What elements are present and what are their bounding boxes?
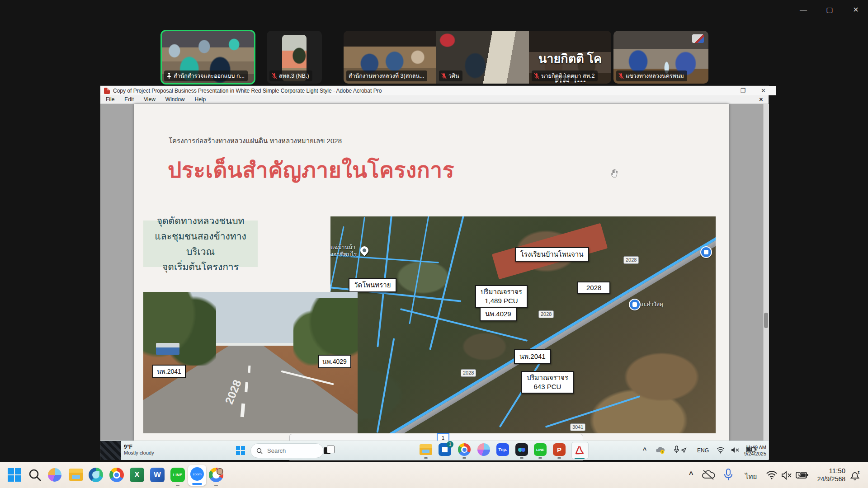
traffic-volume-label-1: ปริมาณจราจร 1,489 PCU	[475, 285, 528, 308]
route-label-np2041: นพ.2041	[514, 349, 551, 364]
chrome-icon[interactable]	[458, 443, 471, 456]
pdf-page: โครงการก่อสร้างทางหลวงแผ่นดิน ทางหลวงหมา…	[134, 104, 729, 460]
start-button[interactable]	[236, 446, 245, 455]
route-shield: 3041	[570, 423, 585, 431]
wifi-icon[interactable]	[716, 446, 725, 454]
menu-view[interactable]: View	[144, 96, 156, 103]
video-tile-survey-design-office[interactable]: สำนักสำรวจและออกแบบ ก...	[161, 31, 255, 84]
search-input[interactable]	[266, 447, 313, 455]
local-taskbar: X W LINE zoom ^ ไทย 1	[0, 462, 868, 488]
copilot-icon[interactable]	[48, 468, 61, 482]
menu-window[interactable]: Window	[165, 96, 185, 103]
svg-text:z: z	[858, 470, 860, 474]
photo-label-np2041: นพ.2041	[152, 365, 186, 378]
video-tile-nakhon-phanom[interactable]: แขวงทางหลวงนครพนม	[613, 31, 708, 84]
acrobat-taskbar-icon[interactable]	[571, 442, 589, 459]
svg-text:!: !	[662, 450, 663, 454]
menu-file[interactable]: File	[106, 96, 114, 103]
acrobat-minimize-button[interactable]: –	[722, 87, 725, 94]
start-button[interactable]	[8, 468, 21, 482]
menu-help[interactable]: Help	[195, 96, 206, 103]
temple-map-label: วัดโพนทราย	[349, 278, 396, 292]
zoom-close-button[interactable]: ✕	[852, 5, 860, 14]
school-map-label: โรงเรียนบ้านโพนจาน	[515, 247, 589, 262]
photo-label-np4029: นพ.4029	[318, 355, 351, 368]
acrobat-restore-button[interactable]: ❐	[740, 87, 745, 94]
word-icon[interactable]: W	[150, 468, 165, 482]
route-shield: 2028	[623, 256, 639, 264]
roadside-shelter	[156, 343, 179, 355]
document-area: โครงการก่อสร้างทางหลวงแผ่นดิน ทางหลวงหมา…	[100, 104, 769, 460]
chrome-icon[interactable]	[109, 468, 124, 482]
weather-widget[interactable]: 9°F Mostly cloudy	[124, 444, 154, 456]
pdf-file-icon	[104, 88, 110, 94]
document-close-button[interactable]: ✕	[759, 97, 763, 103]
trip-com-icon[interactable]: Trip.	[496, 443, 509, 456]
video-tile-sthl3[interactable]: สทล.3 (NB.)	[267, 31, 322, 84]
traffic-volume-label-2: ปริมาณจราจร 643 PCU	[521, 371, 574, 394]
zoom-app-icon[interactable]: zoom	[188, 465, 206, 486]
webex-icon[interactable]	[515, 443, 528, 456]
wifi-icon[interactable]	[766, 470, 778, 479]
mic-location-icons[interactable]	[674, 446, 687, 455]
shared-screen-taskbar: 9°F Mostly cloudy 1 Trip.	[100, 441, 769, 460]
participant-label: สทล.3 (NB.)	[269, 70, 312, 81]
store-badge: 1	[447, 441, 453, 448]
zoom-minimize-button[interactable]: —	[799, 6, 807, 14]
muted-mic-icon	[441, 73, 447, 79]
acrobat-window-title: Copy of Project Proposal Business Presen…	[113, 88, 382, 94]
acrobat-title-bar[interactable]: Copy of Project Proposal Business Presen…	[100, 86, 776, 95]
video-tile-kitti[interactable]: นายกิตติ โคตมา... นายกิตติ โคตมา สท.2	[529, 31, 611, 84]
acrobat-menu-bar: File Edit View Window Help ✕	[100, 95, 769, 104]
participant-label: วศิน	[439, 70, 462, 81]
police-poi-icon[interactable]	[629, 299, 641, 310]
acrobat-close-button[interactable]: ✕	[761, 87, 766, 94]
zoom-maximize-button[interactable]: ▢	[826, 5, 834, 14]
tray-overflow-chevron-icon[interactable]: ^	[643, 446, 646, 454]
tray-clock[interactable]: 11:49 AM 9/24/2025	[731, 444, 766, 457]
microsoft-store-icon[interactable]: 1	[439, 443, 451, 456]
slide-kicker: โครงการก่อสร้างทางหลวงแผ่นดิน ทางหลวงหมา…	[169, 136, 342, 146]
battery-icon[interactable]	[796, 471, 808, 479]
video-tile-highway-office-3[interactable]: สำนักงานทางหลวงที่ 3(สกลน...	[344, 31, 436, 84]
language-indicator[interactable]: ไทย	[745, 471, 757, 482]
participant-label: นายกิตติ โคตมา สท.2	[532, 70, 598, 81]
route-shield: 2028	[461, 369, 476, 377]
vertical-scrollbar[interactable]	[763, 104, 769, 460]
menu-edit[interactable]: Edit	[124, 96, 134, 103]
video-tile-wasin[interactable]: วศิน	[436, 31, 529, 84]
search-icon	[256, 448, 263, 454]
zoom-window-controls: — ▢ ✕	[799, 5, 860, 14]
line-icon[interactable]: LINE	[170, 468, 185, 482]
powerpoint-icon[interactable]: P	[553, 443, 566, 456]
file-explorer-icon[interactable]	[69, 469, 83, 481]
tray-clock[interactable]: 11:50 24/9/2568	[813, 466, 845, 483]
participant-label: สำนักสำรวจและออกแบบ ก...	[164, 70, 248, 81]
slide-title: ประเด็นสำคัญภายในโครงการ	[168, 153, 454, 187]
hand-cursor	[609, 168, 619, 178]
line-icon[interactable]: LINE	[534, 443, 547, 456]
onedrive-paused-icon[interactable]	[702, 469, 715, 480]
task-view-icon[interactable]	[324, 446, 334, 455]
poi-icon-top[interactable]	[700, 246, 712, 258]
language-indicator[interactable]: ENG	[697, 447, 709, 454]
search-icon[interactable]	[28, 468, 42, 482]
excel-icon[interactable]: X	[130, 468, 144, 482]
file-explorer-icon[interactable]	[420, 444, 432, 455]
muted-mic-icon	[534, 73, 539, 79]
notification-bell-icon[interactable]: z	[849, 469, 861, 481]
copilot-icon[interactable]	[477, 443, 490, 456]
acrobat-window: Copy of Project Proposal Business Presen…	[100, 86, 769, 460]
volume-muted-icon[interactable]	[781, 471, 792, 480]
highway-number-label: 2028	[577, 282, 610, 294]
scrollbar-thumb[interactable]	[764, 313, 768, 328]
onedrive-icon[interactable]: !	[656, 446, 665, 454]
edge-icon[interactable]	[89, 468, 103, 482]
muted-mic-icon	[618, 73, 624, 79]
weather-icon[interactable]	[100, 441, 121, 460]
street-photo: 2028 นพ.2041 นพ.4029	[143, 292, 358, 433]
mic-active-icon[interactable]	[723, 469, 733, 481]
chrome-profile-icon[interactable]	[209, 468, 223, 482]
taskbar-search[interactable]	[250, 443, 324, 458]
tray-overflow-chevron-icon[interactable]: ^	[689, 470, 693, 479]
